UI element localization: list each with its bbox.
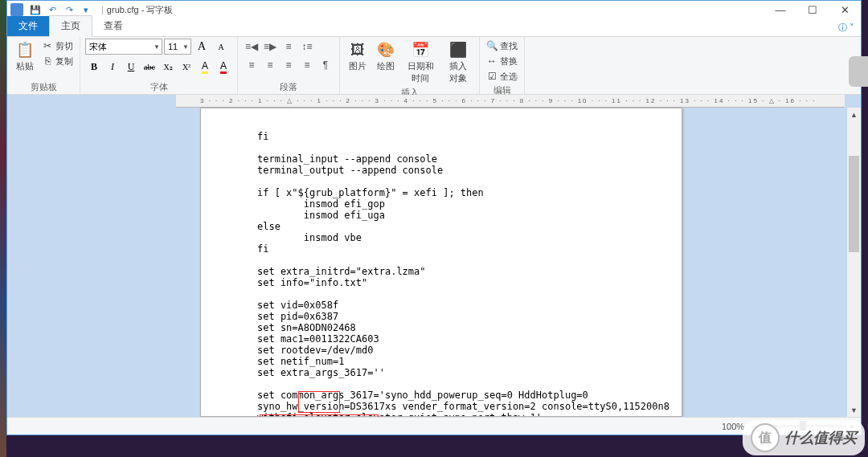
cut-label: 剪切 <box>55 40 73 52</box>
scroll-down-icon[interactable]: ▼ <box>847 403 861 417</box>
highlight-icon: A <box>202 60 208 74</box>
shrink-font-button[interactable]: A <box>212 39 230 55</box>
replace-button[interactable]: ↔替换 <box>485 54 519 68</box>
object-label: 插入对象 <box>445 60 471 84</box>
group-label-paragraph: 段落 <box>243 80 334 94</box>
side-tab[interactable] <box>849 56 868 87</box>
group-font: 宋体▼ 11▼ A A B I U abc X₂ X² A A 字体 <box>80 37 238 94</box>
paint-icon: 🎨 <box>376 40 395 59</box>
replace-label: 替换 <box>500 55 518 67</box>
datetime-label: 日期和时间 <box>404 60 436 84</box>
group-label-font: 字体 <box>85 80 232 94</box>
chevron-down-icon: ▼ <box>180 43 189 51</box>
group-insert: 🖼图片 🎨绘图 📅日期和时间 ⬛插入对象 插入 <box>340 37 480 94</box>
workspace: 3 · · · 2 · · · 1 · · · △ · · · 1 · · · … <box>7 95 861 417</box>
title-dash: - <box>139 5 147 14</box>
superscript-button[interactable]: X² <box>178 59 195 75</box>
paragraph-dialog-button[interactable]: ¶ <box>317 57 334 73</box>
paste-label: 粘贴 <box>16 60 34 72</box>
save-icon[interactable]: 💾 <box>28 2 43 17</box>
group-clipboard: 📋 粘贴 ✂剪切 ⎘复制 剪贴板 <box>7 37 80 94</box>
chevron-down-icon: ▼ <box>151 43 160 51</box>
minimize-button[interactable]: — <box>764 1 796 18</box>
outdent-button[interactable]: ≡◀ <box>243 39 260 55</box>
copy-label: 复制 <box>55 55 73 67</box>
watermark-text: 什么值得买 <box>784 428 857 447</box>
group-paragraph: ≡◀ ≡▶ ≡ ↕≡ ≡ ≡ ≡ ≡ ¶ 段落 <box>238 37 340 94</box>
group-editing: 🔍查找 ↔替换 ☑全选 编辑 <box>480 37 525 94</box>
align-right-button[interactable]: ≡ <box>280 57 297 73</box>
highlight-button[interactable]: A <box>196 59 214 75</box>
scissors-icon: ✂ <box>42 40 53 51</box>
align-left-button[interactable]: ≡ <box>243 57 260 73</box>
ribbon: 📋 粘贴 ✂剪切 ⎘复制 剪贴板 宋体▼ 11▼ A A B <box>7 37 861 95</box>
ribbon-tabs: 文件 主页 查看 ⓘ ˅ <box>7 18 861 37</box>
picture-icon: 🖼 <box>348 40 367 59</box>
font-size-value: 11 <box>168 42 178 51</box>
status-bar: 100% − + <box>7 417 861 435</box>
document-page[interactable]: fi terminal_input --append console termi… <box>200 108 682 417</box>
insert-object-button[interactable]: ⬛插入对象 <box>442 39 474 86</box>
copy-icon: ⎘ <box>42 55 53 67</box>
close-button[interactable]: ✕ <box>829 1 861 18</box>
subscript-button[interactable]: X₂ <box>159 59 177 75</box>
picture-label: 图片 <box>349 60 366 72</box>
copy-button[interactable]: ⎘复制 <box>40 54 75 68</box>
watermark-badge: 值 <box>751 423 780 452</box>
find-button[interactable]: 🔍查找 <box>485 39 519 53</box>
title-bar: 💾 ↶ ↷ ▾ | grub.cfg - 写字板 — ☐ ✕ <box>7 1 861 18</box>
font-color-icon: A <box>220 60 227 74</box>
italic-button[interactable]: I <box>104 59 121 75</box>
window-controls: — ☐ ✕ <box>764 1 861 18</box>
align-center-button[interactable]: ≡ <box>261 57 279 73</box>
search-icon: 🔍 <box>486 40 497 51</box>
cut-button[interactable]: ✂剪切 <box>40 39 75 53</box>
maximize-button[interactable]: ☐ <box>796 1 829 18</box>
find-label: 查找 <box>500 40 518 52</box>
replace-icon: ↔ <box>486 55 497 67</box>
wordpad-window: 💾 ↶ ↷ ▾ | grub.cfg - 写字板 — ☐ ✕ 文件 主页 查看 … <box>6 0 862 435</box>
justify-button[interactable]: ≡ <box>298 57 316 73</box>
watermark: 值 什么值得买 <box>743 420 865 455</box>
font-color-button[interactable]: A <box>215 59 232 75</box>
document-title: grub.cfg <box>107 5 139 14</box>
font-family-value: 宋体 <box>89 41 107 53</box>
line-spacing-button[interactable]: ↕≡ <box>298 39 316 55</box>
vertical-scrollbar[interactable]: ▲ ▼ <box>847 108 861 417</box>
zoom-level: 100% <box>722 422 744 431</box>
indent-button[interactable]: ≡▶ <box>261 39 279 55</box>
scrollbar-thumb[interactable] <box>849 156 859 252</box>
tab-home[interactable]: 主页 <box>49 15 92 37</box>
calendar-icon: 📅 <box>411 40 430 59</box>
bold-button[interactable]: B <box>85 59 103 75</box>
font-family-combo[interactable]: 宋体▼ <box>85 39 162 55</box>
paste-icon: 📋 <box>15 40 35 59</box>
title-sep: | <box>101 5 104 14</box>
select-all-button[interactable]: ☑全选 <box>485 69 519 84</box>
bullets-button[interactable]: ≡ <box>280 39 297 55</box>
insert-datetime-button[interactable]: 📅日期和时间 <box>401 39 440 86</box>
ruler[interactable]: 3 · · · 2 · · · 1 · · · △ · · · 1 · · · … <box>176 95 845 108</box>
scroll-up-icon[interactable]: ▲ <box>847 108 861 121</box>
group-label-clipboard: 剪贴板 <box>12 80 75 94</box>
paste-button[interactable]: 📋 粘贴 <box>12 39 38 74</box>
font-size-combo[interactable]: 11▼ <box>164 39 191 55</box>
grow-font-button[interactable]: A <box>193 39 211 55</box>
underline-button[interactable]: U <box>122 59 140 75</box>
selectall-label: 全选 <box>500 71 518 83</box>
app-name: 写字板 <box>146 4 173 16</box>
strike-button[interactable]: abc <box>141 59 158 75</box>
tab-file[interactable]: 文件 <box>7 16 49 36</box>
insert-picture-button[interactable]: 🖼图片 <box>345 39 371 74</box>
select-all-icon: ☑ <box>486 71 497 82</box>
help-button[interactable]: ⓘ ˅ <box>832 19 861 36</box>
paint-label: 绘图 <box>377 60 395 72</box>
app-icon <box>10 3 23 16</box>
insert-paint-button[interactable]: 🎨绘图 <box>373 39 399 74</box>
desktop-left-edge <box>0 0 6 457</box>
tab-view[interactable]: 查看 <box>92 16 134 36</box>
object-icon: ⬛ <box>448 40 468 59</box>
